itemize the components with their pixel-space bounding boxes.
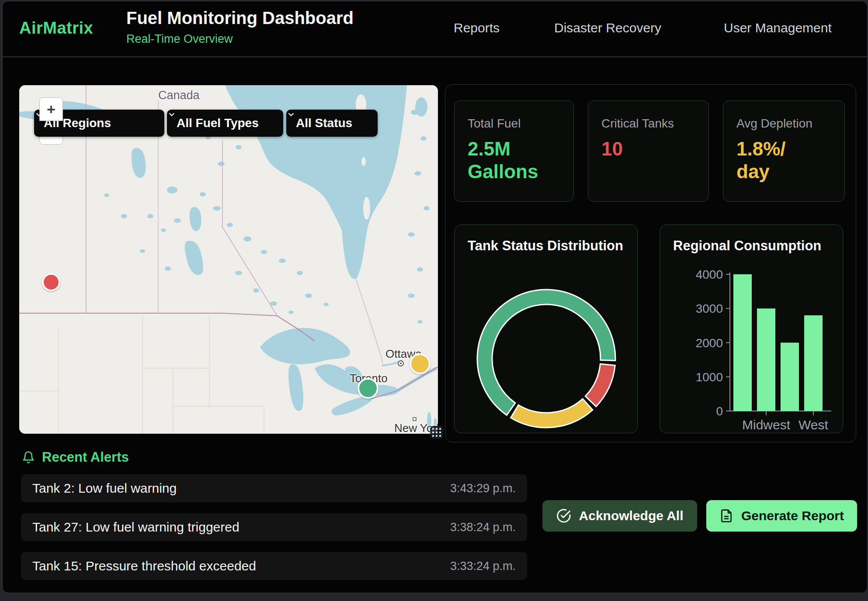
- nav-reports[interactable]: Reports: [454, 21, 500, 35]
- alert-row[interactable]: Tank 15: Pressure threshold exceeded 3:3…: [21, 552, 527, 580]
- bar-3: [804, 315, 823, 411]
- app-window: AirMatrix Fuel Monitoring Dashboard Real…: [2, 1, 868, 593]
- kpi-value: 10: [601, 138, 695, 160]
- map[interactable]: Canada Ottawa Toronto New York + − All R…: [19, 85, 438, 434]
- bar-2: [781, 343, 799, 411]
- kpi-value: 1.8%/ day: [736, 138, 831, 183]
- tank-marker-warning[interactable]: [410, 353, 431, 374]
- filter-fuel-value: All Fuel Types: [177, 116, 259, 130]
- x-tick-label: Midwest: [742, 418, 791, 432]
- chevron-down-icon: [286, 110, 296, 119]
- kpi-label: Critical Tanks: [601, 117, 695, 131]
- alert-row[interactable]: Tank 27: Low fuel warning triggered 3:38…: [21, 513, 527, 541]
- bell-icon: [22, 451, 35, 464]
- generate-report-label: Generate Report: [741, 508, 844, 523]
- map-resize-handle[interactable]: [430, 426, 443, 439]
- tank-marker-critical[interactable]: [42, 273, 60, 291]
- filter-status-select[interactable]: All Status: [286, 110, 378, 137]
- file-text-icon: [719, 509, 733, 523]
- alert-text: Tank 27: Low fuel warning triggered: [32, 520, 240, 535]
- page-title: Fuel Monitoring Dashboard: [126, 8, 354, 28]
- alert-row[interactable]: Tank 2: Low fuel warning 3:43:29 p.m.: [21, 474, 527, 502]
- alerts-title: Recent Alerts: [42, 449, 129, 465]
- kpi-avg-depletion: Avg Depletion 1.8%/ day: [723, 100, 845, 202]
- donut-chart: [455, 225, 638, 434]
- map-label-canada: Canada: [158, 89, 200, 102]
- kpi-value: 2.5M Gallons: [468, 138, 560, 183]
- title-block: Fuel Monitoring Dashboard Real-Time Over…: [126, 8, 354, 46]
- chevron-down-icon: [167, 110, 177, 119]
- brand-logo: AirMatrix: [19, 19, 93, 38]
- alert-text: Tank 2: Low fuel warning: [32, 481, 177, 496]
- x-tick-label: West: [799, 418, 828, 432]
- filter-status-value: All Status: [296, 116, 352, 130]
- generate-report-button[interactable]: Generate Report: [706, 500, 857, 532]
- donut-segment-warning: [511, 399, 593, 428]
- bar-1: [757, 308, 775, 411]
- header: AirMatrix Fuel Monitoring Dashboard Real…: [3, 1, 867, 57]
- newyork-town-icon: [413, 417, 417, 421]
- y-tick-label: 4000: [696, 268, 723, 281]
- kpi-label: Avg Depletion: [736, 117, 831, 131]
- y-tick-label: 0: [716, 404, 723, 418]
- page-subtitle: Real-Time Overview: [126, 32, 354, 46]
- alert-time: 3:38:24 p.m.: [450, 521, 516, 534]
- alert-text: Tank 15: Pressure threshold exceeded: [32, 559, 256, 573]
- alert-time: 3:33:24 p.m.: [450, 560, 516, 573]
- map-zoom-in-button[interactable]: +: [39, 97, 63, 121]
- acknowledge-all-label: Acknowledge All: [579, 508, 684, 523]
- regional-consumption-chart-card: Regional Consumption 01000200030004000Mi…: [660, 225, 843, 433]
- y-tick-label: 3000: [696, 302, 723, 315]
- acknowledge-all-button[interactable]: Acknowledge All: [542, 500, 697, 532]
- alert-time: 3:43:29 p.m.: [450, 482, 516, 495]
- circle-check-icon: [556, 508, 571, 523]
- screen: AirMatrix Fuel Monitoring Dashboard Real…: [0, 0, 868, 601]
- tank-status-chart-card: Tank Status Distribution: [454, 225, 638, 433]
- alerts-header: Recent Alerts: [22, 449, 129, 465]
- bar-0: [733, 274, 752, 411]
- filter-fuel-select[interactable]: All Fuel Types: [167, 110, 283, 137]
- donut-segment-critical: [585, 364, 615, 406]
- ottawa-town-icon: [398, 360, 404, 366]
- kpi-total-fuel: Total Fuel 2.5M Gallons: [454, 100, 574, 202]
- bar-chart: 01000200030004000MidwestWest: [660, 225, 844, 434]
- kpi-label: Total Fuel: [468, 117, 560, 131]
- nav-disaster-recovery[interactable]: Disaster Recovery: [554, 21, 661, 35]
- dashboard-panel: Total Fuel 2.5M Gallons Critical Tanks 1…: [445, 84, 856, 442]
- kpi-critical-tanks: Critical Tanks 10: [588, 100, 709, 202]
- nav-user-management[interactable]: User Management: [724, 21, 832, 35]
- y-tick-label: 2000: [696, 336, 723, 350]
- tank-marker-normal[interactable]: [358, 378, 378, 399]
- y-tick-label: 1000: [696, 370, 723, 384]
